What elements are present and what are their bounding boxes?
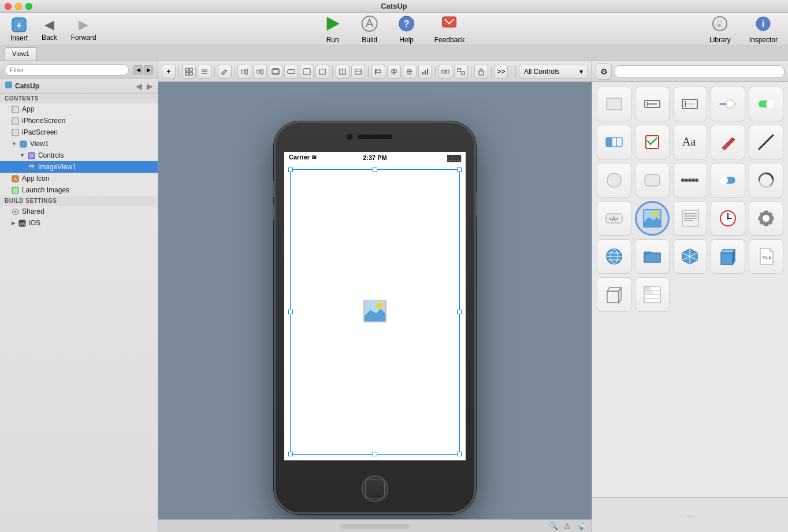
svg-rect-19: [13, 131, 17, 135]
handle-bc[interactable]: [373, 452, 377, 456]
icon-cell-gear[interactable]: [749, 201, 783, 236]
handle-tc[interactable]: [373, 168, 377, 172]
build-button[interactable]: Build: [356, 12, 384, 46]
sidebar-nav-next[interactable]: ▶: [144, 65, 153, 75]
icon-cell-pencil[interactable]: [711, 125, 745, 159]
svg-point-25: [32, 165, 34, 166]
icon-cell-file[interactable]: FILE: [749, 239, 783, 274]
ct-lock-btn[interactable]: [474, 65, 488, 79]
back-button[interactable]: ◀ Back: [37, 15, 62, 44]
tab-view1[interactable]: View1: [5, 47, 37, 60]
icon-cell-switch[interactable]: [711, 163, 745, 198]
ct-plus-btn[interactable]: +: [162, 65, 176, 79]
build-icon: [360, 14, 379, 35]
icon-cell-cube[interactable]: [673, 239, 708, 274]
sidebar-item-controls[interactable]: ▼ Controls: [0, 150, 158, 161]
icon-cell-circle[interactable]: [597, 163, 631, 198]
ct-align2-btn[interactable]: [253, 65, 267, 79]
icon-cell-label[interactable]: Aa: [673, 125, 708, 159]
rp-search-input[interactable]: [614, 65, 785, 78]
handle-ml[interactable]: [288, 310, 293, 314]
ct-list-btn[interactable]: [198, 65, 211, 79]
forward-button[interactable]: ▶ Forward: [66, 15, 101, 44]
sidebar-item-ipadscreen[interactable]: iPadScreen: [0, 127, 158, 138]
feedback-button[interactable]: Feedback: [430, 12, 470, 46]
icon-cell-cube3[interactable]: [597, 277, 631, 312]
icons-row-3: [597, 163, 783, 198]
icon-cell-slider[interactable]: [711, 87, 745, 121]
sidebar-item-iphonescreen[interactable]: iPhoneScreen: [0, 115, 158, 127]
icon-cell-cube2[interactable]: [711, 239, 745, 274]
status-bar: Carrier ≋ 2:37 PM ▓▓▓: [284, 152, 466, 163]
ct-align1-btn[interactable]: [237, 65, 251, 79]
run-button[interactable]: Run: [319, 12, 347, 46]
minimize-button[interactable]: [15, 3, 22, 10]
warning-icon[interactable]: ⚠: [564, 522, 571, 530]
icon-cell-checkbox[interactable]: [635, 125, 670, 159]
ct-halign-l-btn[interactable]: [371, 65, 385, 79]
icon-cell-segctrl[interactable]: [597, 125, 631, 159]
ct-group3-btn[interactable]: [300, 65, 314, 79]
sidebar-item-ios[interactable]: ▶ iOS iOS: [0, 217, 158, 229]
bottom-scrollbar[interactable]: [340, 524, 410, 529]
ct-spacing2-btn[interactable]: [454, 65, 468, 79]
icon-cell-imageview[interactable]: [635, 201, 670, 236]
help-button[interactable]: ? Help: [393, 12, 421, 46]
icon-cell-dots[interactable]: [673, 163, 708, 198]
home-button[interactable]: [362, 475, 388, 502]
icon-cell-toggle[interactable]: [749, 87, 783, 121]
icon-cell-tableview[interactable]: [635, 277, 670, 312]
library-label: Library: [709, 36, 731, 44]
handle-br[interactable]: [457, 452, 462, 456]
rp-settings-button[interactable]: ⚙: [596, 64, 612, 80]
handle-tr[interactable]: [457, 168, 462, 172]
sidebar-nav-prev[interactable]: ◀: [133, 65, 143, 75]
svg-point-31: [14, 210, 17, 213]
inspector-button[interactable]: i Inspector: [745, 12, 782, 46]
sidebar-item-appicon[interactable]: A App Icon: [0, 173, 158, 184]
ct-more-btn[interactable]: >>: [494, 65, 508, 79]
handle-mr[interactable]: [457, 310, 462, 314]
sidebar-item-shared[interactable]: Shared: [0, 206, 158, 217]
ct-group4-btn[interactable]: [315, 65, 329, 79]
ct-edit-btn[interactable]: [218, 65, 232, 79]
icon-cell-htmlbtn[interactable]: <A>: [597, 201, 631, 236]
ct-resize1-btn[interactable]: [336, 65, 350, 79]
icon-cell-folder[interactable]: [635, 239, 670, 274]
ct-group1-btn[interactable]: [269, 65, 283, 79]
ct-spacing1-btn[interactable]: [438, 65, 452, 79]
icon-cell-textview[interactable]: [673, 201, 708, 236]
icon-cell-clock[interactable]: [711, 201, 745, 236]
ct-valign-btn[interactable]: [403, 65, 417, 79]
maximize-button[interactable]: [25, 3, 32, 10]
sidebar-search-input[interactable]: [5, 64, 129, 76]
rp-bottom-text: —: [687, 512, 693, 519]
icon-cell-line[interactable]: [749, 125, 783, 159]
ct-resize2-btn[interactable]: [351, 65, 365, 79]
library-button[interactable]: ✓✓ OK Library: [705, 12, 735, 46]
icon-cell-textfield2[interactable]: [673, 87, 708, 121]
icon-cell-roundrect[interactable]: [635, 163, 670, 198]
close-button[interactable]: [5, 3, 12, 10]
sidebar-item-launchimages[interactable]: Launch Images: [0, 184, 158, 196]
ct-grid-btn[interactable]: [182, 65, 196, 79]
icon-cell-textfield[interactable]: [635, 87, 670, 121]
zoom-in-icon[interactable]: 🔍: [549, 522, 558, 530]
icon-cell-rect[interactable]: [597, 87, 631, 121]
handle-bl[interactable]: [288, 452, 293, 456]
rss-icon[interactable]: 📡: [577, 522, 586, 530]
icon-cell-spinner[interactable]: [749, 163, 783, 198]
sidebar-item-app[interactable]: App: [0, 103, 158, 115]
insert-button[interactable]: + Insert: [6, 14, 32, 44]
svg-rect-29: [13, 188, 18, 193]
ct-chart-btn[interactable]: [418, 65, 432, 79]
ct-group2-btn[interactable]: [284, 65, 298, 79]
ct-controls-dropdown[interactable]: All Controls ▾: [519, 65, 588, 79]
handle-tl[interactable]: [288, 168, 293, 172]
icon-cell-globe[interactable]: [597, 239, 631, 274]
sidebar-collapse-btn[interactable]: ◀: [136, 81, 142, 91]
sidebar-expand-btn[interactable]: ▶: [147, 81, 153, 91]
ct-halign-c-btn[interactable]: [387, 65, 401, 79]
sidebar-item-imageview1[interactable]: ImageView1: [0, 161, 158, 173]
sidebar-item-view1[interactable]: ▼ View1: [0, 138, 158, 150]
